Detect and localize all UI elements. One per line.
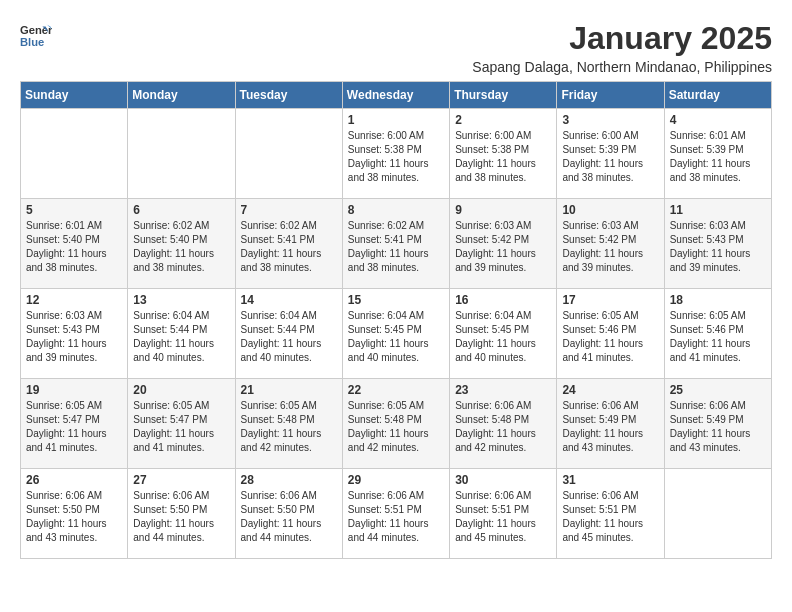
day-cell: 18Sunrise: 6:05 AMSunset: 5:46 PMDayligh…: [664, 289, 771, 379]
day-number: 15: [348, 293, 444, 307]
day-cell: 10Sunrise: 6:03 AMSunset: 5:42 PMDayligh…: [557, 199, 664, 289]
day-cell: 23Sunrise: 6:06 AMSunset: 5:48 PMDayligh…: [450, 379, 557, 469]
day-info: Sunrise: 6:05 AMSunset: 5:48 PMDaylight:…: [241, 399, 337, 455]
day-number: 5: [26, 203, 122, 217]
header-day-wednesday: Wednesday: [342, 82, 449, 109]
day-info: Sunrise: 6:02 AMSunset: 5:41 PMDaylight:…: [348, 219, 444, 275]
day-info: Sunrise: 6:06 AMSunset: 5:50 PMDaylight:…: [133, 489, 229, 545]
header-day-saturday: Saturday: [664, 82, 771, 109]
day-number: 6: [133, 203, 229, 217]
month-title: January 2025: [472, 20, 772, 57]
day-number: 26: [26, 473, 122, 487]
location-title: Sapang Dalaga, Northern Mindanao, Philip…: [472, 59, 772, 75]
week-row-1: 1Sunrise: 6:00 AMSunset: 5:38 PMDaylight…: [21, 109, 772, 199]
day-info: Sunrise: 6:05 AMSunset: 5:48 PMDaylight:…: [348, 399, 444, 455]
day-number: 9: [455, 203, 551, 217]
logo-icon: General Blue: [20, 20, 52, 52]
day-cell: 27Sunrise: 6:06 AMSunset: 5:50 PMDayligh…: [128, 469, 235, 559]
day-number: 11: [670, 203, 766, 217]
day-cell: 15Sunrise: 6:04 AMSunset: 5:45 PMDayligh…: [342, 289, 449, 379]
day-cell: 28Sunrise: 6:06 AMSunset: 5:50 PMDayligh…: [235, 469, 342, 559]
day-number: 17: [562, 293, 658, 307]
header-row: SundayMondayTuesdayWednesdayThursdayFrid…: [21, 82, 772, 109]
day-number: 8: [348, 203, 444, 217]
day-number: 20: [133, 383, 229, 397]
day-info: Sunrise: 6:03 AMSunset: 5:42 PMDaylight:…: [562, 219, 658, 275]
day-cell: 6Sunrise: 6:02 AMSunset: 5:40 PMDaylight…: [128, 199, 235, 289]
day-cell: 3Sunrise: 6:00 AMSunset: 5:39 PMDaylight…: [557, 109, 664, 199]
day-info: Sunrise: 6:02 AMSunset: 5:41 PMDaylight:…: [241, 219, 337, 275]
day-info: Sunrise: 6:01 AMSunset: 5:40 PMDaylight:…: [26, 219, 122, 275]
day-info: Sunrise: 6:06 AMSunset: 5:51 PMDaylight:…: [455, 489, 551, 545]
day-info: Sunrise: 6:00 AMSunset: 5:38 PMDaylight:…: [455, 129, 551, 185]
day-cell: 30Sunrise: 6:06 AMSunset: 5:51 PMDayligh…: [450, 469, 557, 559]
day-info: Sunrise: 6:06 AMSunset: 5:51 PMDaylight:…: [348, 489, 444, 545]
day-info: Sunrise: 6:04 AMSunset: 5:44 PMDaylight:…: [133, 309, 229, 365]
day-info: Sunrise: 6:03 AMSunset: 5:43 PMDaylight:…: [26, 309, 122, 365]
day-info: Sunrise: 6:01 AMSunset: 5:39 PMDaylight:…: [670, 129, 766, 185]
header-day-sunday: Sunday: [21, 82, 128, 109]
day-cell: 22Sunrise: 6:05 AMSunset: 5:48 PMDayligh…: [342, 379, 449, 469]
day-info: Sunrise: 6:06 AMSunset: 5:51 PMDaylight:…: [562, 489, 658, 545]
day-info: Sunrise: 6:04 AMSunset: 5:45 PMDaylight:…: [348, 309, 444, 365]
day-number: 24: [562, 383, 658, 397]
day-info: Sunrise: 6:06 AMSunset: 5:49 PMDaylight:…: [562, 399, 658, 455]
day-info: Sunrise: 6:06 AMSunset: 5:49 PMDaylight:…: [670, 399, 766, 455]
day-info: Sunrise: 6:00 AMSunset: 5:39 PMDaylight:…: [562, 129, 658, 185]
day-cell: 21Sunrise: 6:05 AMSunset: 5:48 PMDayligh…: [235, 379, 342, 469]
day-info: Sunrise: 6:04 AMSunset: 5:44 PMDaylight:…: [241, 309, 337, 365]
day-info: Sunrise: 6:05 AMSunset: 5:46 PMDaylight:…: [670, 309, 766, 365]
day-number: 31: [562, 473, 658, 487]
day-number: 13: [133, 293, 229, 307]
day-cell: 1Sunrise: 6:00 AMSunset: 5:38 PMDaylight…: [342, 109, 449, 199]
day-cell: 12Sunrise: 6:03 AMSunset: 5:43 PMDayligh…: [21, 289, 128, 379]
day-cell: [128, 109, 235, 199]
day-cell: 7Sunrise: 6:02 AMSunset: 5:41 PMDaylight…: [235, 199, 342, 289]
logo: General Blue: [20, 20, 52, 52]
day-number: 19: [26, 383, 122, 397]
day-info: Sunrise: 6:05 AMSunset: 5:47 PMDaylight:…: [26, 399, 122, 455]
day-cell: 11Sunrise: 6:03 AMSunset: 5:43 PMDayligh…: [664, 199, 771, 289]
day-cell: 29Sunrise: 6:06 AMSunset: 5:51 PMDayligh…: [342, 469, 449, 559]
header-day-tuesday: Tuesday: [235, 82, 342, 109]
day-info: Sunrise: 6:02 AMSunset: 5:40 PMDaylight:…: [133, 219, 229, 275]
day-info: Sunrise: 6:00 AMSunset: 5:38 PMDaylight:…: [348, 129, 444, 185]
week-row-3: 12Sunrise: 6:03 AMSunset: 5:43 PMDayligh…: [21, 289, 772, 379]
day-info: Sunrise: 6:06 AMSunset: 5:50 PMDaylight:…: [26, 489, 122, 545]
day-info: Sunrise: 6:05 AMSunset: 5:47 PMDaylight:…: [133, 399, 229, 455]
day-cell: [21, 109, 128, 199]
day-number: 30: [455, 473, 551, 487]
day-cell: 5Sunrise: 6:01 AMSunset: 5:40 PMDaylight…: [21, 199, 128, 289]
day-number: 7: [241, 203, 337, 217]
day-number: 14: [241, 293, 337, 307]
day-number: 1: [348, 113, 444, 127]
day-number: 25: [670, 383, 766, 397]
day-cell: 16Sunrise: 6:04 AMSunset: 5:45 PMDayligh…: [450, 289, 557, 379]
day-number: 3: [562, 113, 658, 127]
day-cell: 2Sunrise: 6:00 AMSunset: 5:38 PMDaylight…: [450, 109, 557, 199]
day-number: 23: [455, 383, 551, 397]
day-info: Sunrise: 6:06 AMSunset: 5:48 PMDaylight:…: [455, 399, 551, 455]
day-cell: 25Sunrise: 6:06 AMSunset: 5:49 PMDayligh…: [664, 379, 771, 469]
day-cell: 13Sunrise: 6:04 AMSunset: 5:44 PMDayligh…: [128, 289, 235, 379]
day-number: 10: [562, 203, 658, 217]
day-cell: 24Sunrise: 6:06 AMSunset: 5:49 PMDayligh…: [557, 379, 664, 469]
title-area: January 2025 Sapang Dalaga, Northern Min…: [472, 20, 772, 75]
day-info: Sunrise: 6:05 AMSunset: 5:46 PMDaylight:…: [562, 309, 658, 365]
day-number: 22: [348, 383, 444, 397]
header-day-monday: Monday: [128, 82, 235, 109]
day-cell: 4Sunrise: 6:01 AMSunset: 5:39 PMDaylight…: [664, 109, 771, 199]
header: General Blue January 2025 Sapang Dalaga,…: [20, 20, 772, 75]
header-day-friday: Friday: [557, 82, 664, 109]
day-cell: 9Sunrise: 6:03 AMSunset: 5:42 PMDaylight…: [450, 199, 557, 289]
calendar-table: SundayMondayTuesdayWednesdayThursdayFrid…: [20, 81, 772, 559]
week-row-4: 19Sunrise: 6:05 AMSunset: 5:47 PMDayligh…: [21, 379, 772, 469]
day-info: Sunrise: 6:04 AMSunset: 5:45 PMDaylight:…: [455, 309, 551, 365]
day-cell: 20Sunrise: 6:05 AMSunset: 5:47 PMDayligh…: [128, 379, 235, 469]
day-info: Sunrise: 6:03 AMSunset: 5:43 PMDaylight:…: [670, 219, 766, 275]
day-cell: 19Sunrise: 6:05 AMSunset: 5:47 PMDayligh…: [21, 379, 128, 469]
week-row-2: 5Sunrise: 6:01 AMSunset: 5:40 PMDaylight…: [21, 199, 772, 289]
day-number: 27: [133, 473, 229, 487]
svg-text:Blue: Blue: [20, 36, 44, 48]
day-number: 2: [455, 113, 551, 127]
